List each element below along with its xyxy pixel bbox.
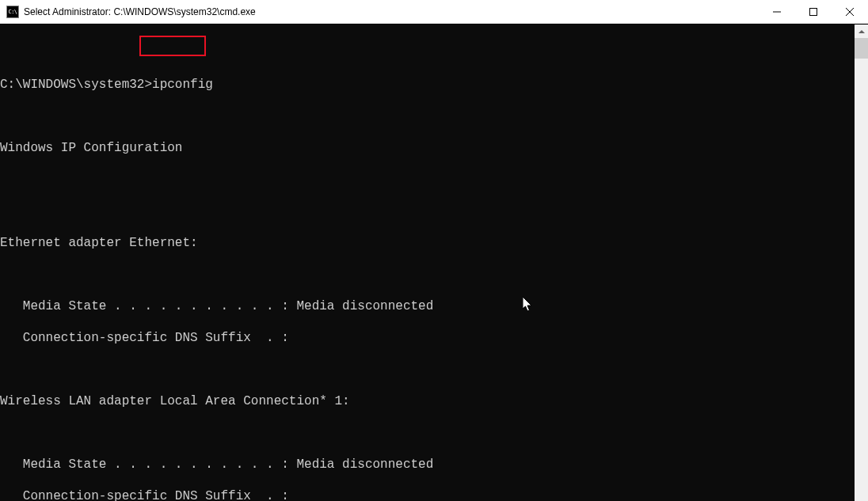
titlebar[interactable]: C:\ Select Administrator: C:\WINDOWS\sys… (0, 0, 868, 24)
adapter-header: Wireless LAN adapter Local Area Connecti… (0, 393, 855, 409)
window-title: Select Administrator: C:\WINDOWS\system3… (24, 6, 759, 17)
minimize-button[interactable] (759, 0, 795, 23)
adapter-header: Ethernet adapter Ethernet: (0, 235, 855, 251)
blank-line (0, 172, 855, 188)
command-text: ipconfig (152, 78, 213, 92)
maximize-button[interactable] (795, 0, 832, 23)
prompt-line: C:\WINDOWS\system32>ipconfig (0, 77, 855, 93)
svg-rect-1 (810, 8, 817, 15)
scroll-up-arrow[interactable] (855, 25, 868, 38)
cmd-icon: C:\ (6, 6, 19, 18)
blank-line (0, 267, 855, 283)
blank-line (0, 203, 855, 219)
scroll-thumb[interactable] (855, 38, 868, 59)
section-header: Windows IP Configuration (0, 140, 855, 156)
blank-line (0, 108, 855, 124)
window-controls (759, 0, 868, 23)
dns-suffix-line: Connection-specific DNS Suffix . : (0, 330, 855, 346)
vertical-scrollbar[interactable] (855, 25, 868, 501)
terminal-output[interactable]: C:\WINDOWS\system32>ipconfig Windows IP … (0, 25, 855, 501)
blank-line (0, 362, 855, 378)
dns-suffix-line: Connection-specific DNS Suffix . : (0, 488, 855, 501)
media-state-line: Media State . . . . . . . . . . . : Medi… (0, 298, 855, 314)
blank-line (0, 45, 855, 61)
svg-marker-4 (858, 30, 865, 33)
close-button[interactable] (832, 0, 868, 23)
blank-line (0, 425, 855, 441)
media-state-line: Media State . . . . . . . . . . . : Medi… (0, 457, 855, 473)
prompt-text: C:\WINDOWS\system32> (0, 78, 152, 92)
